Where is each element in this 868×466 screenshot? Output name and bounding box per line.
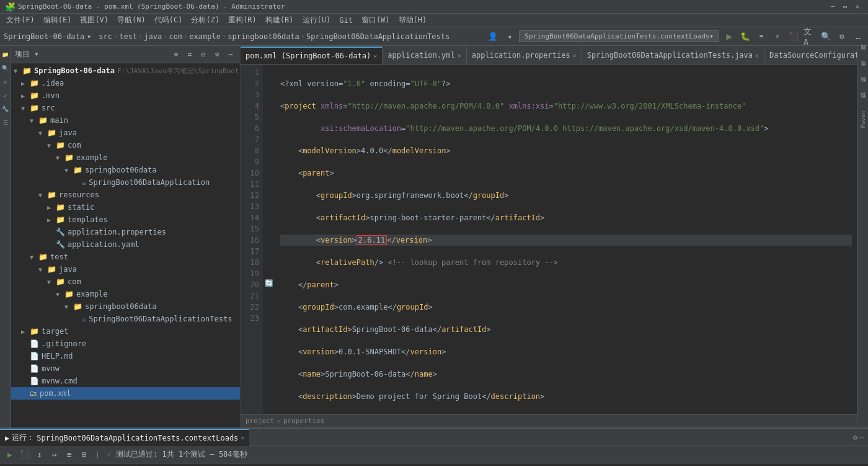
left-icon-1[interactable]: 📁 xyxy=(1,48,10,61)
profile-btn[interactable]: ⚡ xyxy=(771,30,784,43)
tab-test[interactable]: SpringBoot06DataApplicationTests.java ✕ xyxy=(582,47,764,64)
menu-analyze[interactable]: 分析(Z) xyxy=(187,14,223,27)
tab-props-close[interactable]: ✕ xyxy=(573,52,577,59)
tab-pom[interactable]: pom.xml (SpringBoot-06-data) ✕ xyxy=(241,47,383,64)
project-dropdown-icon[interactable]: ▾ xyxy=(87,32,91,41)
sidebar-sync-btn[interactable]: ⇄ xyxy=(184,49,195,60)
left-icon-5[interactable]: 🔧 xyxy=(1,103,10,115)
maximize-btn[interactable]: ▭ xyxy=(843,3,851,11)
breadcrumb-class: SpringBoot06DataApplicationTests xyxy=(306,32,450,41)
tab-yml-close[interactable]: ✕ xyxy=(458,52,461,59)
left-icon-2[interactable]: 🔍 xyxy=(1,62,10,74)
search-btn[interactable]: 🔍 xyxy=(820,30,832,43)
menu-code[interactable]: 代码(C) xyxy=(151,14,187,27)
bottom-tab-run[interactable]: ▶ 运行： SpringBoot06DataApplicationTests.c… xyxy=(0,429,249,446)
minimize-btn[interactable]: ─ xyxy=(831,3,838,11)
sort-btn2[interactable]: ↔ xyxy=(48,449,61,461)
back-btn[interactable]: ◂ xyxy=(503,30,515,43)
tab-yml[interactable]: application.yml ✕ xyxy=(383,47,466,64)
folder-icon-root: 📁 xyxy=(22,66,32,75)
tree-item-app-yaml[interactable]: ▶ 🔧 application.yaml xyxy=(11,238,240,251)
close-btn[interactable]: ✕ xyxy=(856,3,863,11)
tree-item-templates[interactable]: ▶ 📁 templates xyxy=(11,213,240,226)
tree-item-test[interactable]: ▼ 📁 test xyxy=(11,251,240,263)
tree-item-resources[interactable]: ▼ 📁 resources xyxy=(11,189,240,201)
menu-git[interactable]: Git xyxy=(335,15,356,26)
menu-run[interactable]: 运行(U) xyxy=(299,14,335,27)
tree-item-app-props[interactable]: ▶ 🔧 application.properties xyxy=(11,226,240,238)
menu-build[interactable]: 构建(B) xyxy=(262,14,298,27)
tree-item-main[interactable]: ▼ 📁 main xyxy=(11,114,240,127)
right-icon-3[interactable]: 结构 xyxy=(859,81,867,93)
tab-props[interactable]: application.properties ✕ xyxy=(467,47,582,64)
title-bar: 🧩 SpringBoot-06-data - pom.xml (SpringBo… xyxy=(0,0,868,14)
breadcrumb-example: example xyxy=(189,32,221,41)
right-icon-1[interactable]: 通知 xyxy=(859,48,867,61)
menu-help[interactable]: 帮助(H) xyxy=(395,14,431,27)
tree-item-java[interactable]: ▼ 📁 java xyxy=(11,127,240,139)
left-icon-3[interactable]: ⚙ xyxy=(1,76,10,88)
stop-run-btn[interactable]: ⬛ xyxy=(19,449,31,461)
folder-icon-pkg: 📁 xyxy=(73,166,82,174)
tab-pom-close[interactable]: ✕ xyxy=(373,53,377,60)
tree-item-gitignore[interactable]: ▶ 📄 .gitignore xyxy=(11,338,240,350)
tree-label-test-com: com xyxy=(68,277,81,286)
menu-refactor[interactable]: 重构(R) xyxy=(224,14,260,27)
settings-btn[interactable]: ⚙ xyxy=(836,30,848,43)
align-btn[interactable]: ≡ xyxy=(63,449,76,461)
bottom-collapse-icon[interactable]: ─ xyxy=(860,433,864,442)
tree-item-example[interactable]: ▼ 📁 example xyxy=(11,151,240,164)
tree-item-mvn[interactable]: ▶ 📁 .mvn xyxy=(11,89,240,102)
tree-item-test-pkg[interactable]: ▼ 📁 springboot06data xyxy=(11,300,240,313)
tree-item-target[interactable]: ▶ 📁 target xyxy=(11,325,240,338)
left-icon-4[interactable]: ✔ xyxy=(1,89,10,102)
tree-item-help[interactable]: ▶ 📄 HELP.md xyxy=(11,350,240,362)
tree-item-static[interactable]: ▶ 📁 static xyxy=(11,201,240,213)
right-icon-4[interactable]: 文档 xyxy=(859,97,867,109)
debug-btn[interactable]: 🐛 xyxy=(739,30,751,43)
sidebar-close-btn[interactable]: ─ xyxy=(225,49,236,60)
app-icon: 🧩 xyxy=(5,2,16,12)
tree-item-mvnw-cmd[interactable]: ▶ 📄 mvnw.cmd xyxy=(11,375,240,387)
arrow-static: ▶ xyxy=(47,204,56,211)
menu-window[interactable]: 窗口(W) xyxy=(358,14,394,27)
rerun-btn[interactable]: ▶ xyxy=(4,449,16,461)
tree-label-test-class: SpringBoot06DataApplicationTests xyxy=(89,315,232,323)
run-btn[interactable]: ▶ xyxy=(723,30,735,43)
filter-btn[interactable]: ⊞ xyxy=(78,449,91,461)
tree-item-mvnw[interactable]: ▶ 📄 mvnw xyxy=(11,362,240,375)
tab-test-close[interactable]: ✕ xyxy=(755,52,759,59)
right-icon-5[interactable]: Maven xyxy=(859,113,867,125)
tree-item-test-class[interactable]: ▶ ☕ SpringBoot06DataApplicationTests xyxy=(11,313,240,325)
tree-item-main-class[interactable]: ▶ ☕ SpringBoot06DataApplication xyxy=(11,176,240,189)
tree-item-root[interactable]: ▼ 📁 SpringBoot-06-data F:\JAVA\Java学习笔记\… xyxy=(11,65,240,77)
tree-item-idea[interactable]: ▶ 📁 .idea xyxy=(11,77,240,89)
more-btn[interactable]: … xyxy=(852,30,864,43)
tree-item-src[interactable]: ▼ 📁 src xyxy=(11,102,240,114)
tree-item-com[interactable]: ▼ 📁 com xyxy=(11,139,240,151)
menu-edit[interactable]: 编辑(E) xyxy=(40,14,76,27)
right-icon-2[interactable]: 书签 xyxy=(859,65,867,77)
coverage-btn[interactable]: ☂ xyxy=(755,30,768,43)
tab-datasource[interactable]: DataSourceConfiguration.java ✕ xyxy=(764,47,857,64)
tree-item-pom[interactable]: ▶ 🗂 pom.xml xyxy=(11,387,240,400)
run-config[interactable]: SpringBoot06DataApplicationTests.context… xyxy=(519,30,719,42)
menu-file[interactable]: 文件(F) xyxy=(2,14,38,27)
menu-nav[interactable]: 导航(N) xyxy=(113,14,149,27)
sidebar-add-btn[interactable]: ⊕ xyxy=(170,49,182,60)
tree-item-pkg[interactable]: ▼ 📁 springboot06data xyxy=(11,164,240,176)
tree-item-test-java[interactable]: ▼ 📁 java xyxy=(11,263,240,276)
tree-item-test-example[interactable]: ▼ 📁 example xyxy=(11,288,240,300)
menu-view[interactable]: 视图(V) xyxy=(76,14,112,27)
sidebar-gear-btn[interactable]: ⚙ xyxy=(211,49,223,60)
left-icon-6[interactable]: ☰ xyxy=(1,117,10,129)
code-editor[interactable]: <?xml version="1.0" encoding="UTF-8"?> <… xyxy=(275,65,857,414)
run-tab-close[interactable]: ✕ xyxy=(241,434,244,441)
stop-btn[interactable]: ⬛ xyxy=(787,30,800,43)
bottom-settings-icon[interactable]: ⚙ xyxy=(853,433,857,442)
gutter-run-icon[interactable]: 🔄 xyxy=(263,279,275,290)
sort-btn1[interactable]: ↕ xyxy=(33,449,46,461)
sidebar-collapse-btn[interactable]: ⊟ xyxy=(198,49,209,60)
tree-item-test-com[interactable]: ▼ 📁 com xyxy=(11,276,240,288)
code-line-13: <version>0.0.1-SNAPSHOT</version> xyxy=(280,346,852,357)
